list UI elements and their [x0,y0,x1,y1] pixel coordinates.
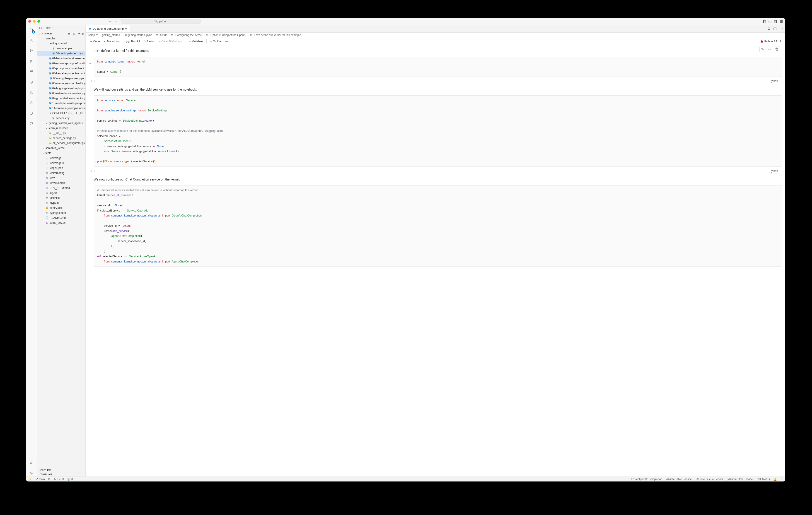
file-row[interactable]: ▣10-multiple-results-per-prompt.ipynb [37,101,85,106]
file-row[interactable]: ▣03-prompt-function-inline.ipynb [37,66,85,71]
ports-status[interactable]: 📡0 [67,478,73,481]
file-row[interactable]: ▣08-native-function-inline.ipynb [37,91,85,96]
run-all-button[interactable]: ▷▷Run All [125,39,141,43]
new-file-icon[interactable]: 🗎₊ [68,32,71,35]
activity-remote[interactable] [28,79,34,85]
file-row[interactable]: MMakefile [37,195,85,201]
outline-button[interactable]: ≣Outline [208,39,223,43]
file-row[interactable]: $setup_dev.sh [37,220,85,225]
status-item[interactable]: [Azurite Queue Service] [696,478,724,481]
file-row[interactable]: ≡log.txt [37,190,85,195]
activity-source-control[interactable] [28,48,34,54]
notifications-icon[interactable]: 🔔 [774,478,777,481]
new-folder-icon[interactable]: 🗀₊ [73,32,77,35]
file-row[interactable]: ★CONFIGURING_THE_KERNEL.md [37,111,85,116]
view-cell-icon[interactable]: ▭ [765,47,769,52]
command-center-search[interactable]: 🔍 python [121,19,201,24]
code-cell[interactable]: ✦ from semantic_kernel import Kernel ker… [88,57,782,77]
file-row[interactable]: 🔒poetry.lock [37,205,85,210]
breadcrumb-item[interactable]: M↓ Configuring the Kernel [171,33,203,37]
folder-section-header[interactable]: ⌄ PYTHON 🗎₊ 🗀₊ ⟳ ⊟ [37,31,85,36]
more-cell-icon[interactable]: ⋯ [770,47,774,52]
file-row[interactable]: $.env.example [37,181,85,185]
file-row[interactable]: 🐍sk_service_configurator.py [37,141,85,146]
problems-status[interactable]: ⊘0 ⚠0 [54,478,64,481]
refresh-icon[interactable]: ⟳ [78,32,80,35]
file-row[interactable]: ▣06-memory-and-embeddings.ipynb [37,81,85,86]
breadcrumb-item[interactable]: samples [88,33,98,37]
maximize-window-button[interactable] [37,20,40,23]
layout-panel-icon[interactable]: ▭ [768,19,772,24]
kernel-picker[interactable]: 🐞 Python 3.11.9 [759,39,783,43]
git-branch[interactable]: ⎇main [35,478,45,481]
clear-all-button[interactable]: ≡Clear All Outputs [157,39,183,43]
cell-language[interactable]: Python [770,80,780,83]
file-row[interactable]: $.env.example [37,46,85,51]
code-cell[interactable]: # Remove all services so that this cell … [88,185,782,267]
layout-sidebar-left-icon[interactable]: ◧ [763,19,766,24]
more-icon[interactable]: ⋯ [779,27,783,31]
folder-row[interactable]: ›tests [37,151,85,156]
sidebar-more-icon[interactable]: ⋯ [80,26,83,30]
outline-section[interactable]: › OUTLINE [37,468,85,472]
file-row[interactable]: ⚙.env [37,176,85,181]
add-markdown-button[interactable]: ＋Markdown [102,39,121,44]
activity-github[interactable] [28,110,34,116]
folder-row[interactable]: ⌄samples [37,36,85,41]
status-item[interactable]: Cell 6 of 14 [757,478,771,481]
file-row[interactable]: ▣04-kernel-arguments-chat.ipynb [37,71,85,76]
layout-customize-icon[interactable]: ▦ [780,19,783,24]
markdown-cell[interactable]: Let's define our kernel for this example… [88,48,785,57]
status-item[interactable]: [Azurite Blob Service] [727,478,754,481]
breadcrumb-item[interactable]: M↓ Setup [156,33,168,37]
edit-cell-icon[interactable]: ✎ [761,47,764,52]
file-row[interactable]: 🐍services.py [37,116,85,121]
file-row[interactable]: ▣11-streaming-completions.ipynb [37,106,85,111]
breadcrumb-item[interactable]: M↓ Option 2: using Azure OpenAI [206,33,246,37]
breadcrumb-item[interactable]: M↓ Let's define our kernel for this exam… [250,33,301,37]
file-row[interactable]: ▣09-groundedness-checking.ipynb [37,96,85,101]
activity-run-debug[interactable] [28,58,34,64]
tab-active[interactable]: ▣ 00-getting-started.ipynb [86,25,130,32]
file-row[interactable]: ⚙pyproject.toml [37,210,85,215]
file-row[interactable]: ▣00-getting-started.ipynb [37,51,85,56]
file-row[interactable]: ▣01-basic-loading-the-kernel.ipynb [37,56,85,61]
cell-language[interactable]: Python [770,170,780,173]
restart-button[interactable]: ↻Restart [142,39,157,43]
breadcrumb-item[interactable]: getting_started [102,33,120,37]
file-row[interactable]: 🐍__init__.py [37,131,85,135]
file-row[interactable]: ≡.coveragerc [37,160,85,165]
folder-row[interactable]: ›learn_resources [37,126,85,131]
notebook-view[interactable]: ✎ ▭ ⋯ 🗑 Let's define our kernel for this… [86,45,785,477]
file-row[interactable]: ★DEV_SETUP.md [37,185,85,190]
file-row[interactable]: ▣02-running-prompts-from-file.ipynb [37,61,85,66]
code-editor[interactable]: # Remove all services so that this cell … [94,185,782,267]
collapse-icon[interactable]: ⊟ [82,32,84,35]
breadcrumb[interactable]: samples›getting_started›00-getting-start… [86,33,785,38]
folder-row[interactable]: ⌄getting_started [37,41,85,46]
file-row[interactable]: ⓘREADME.md [37,215,85,220]
toolbar-more-icon[interactable]: ⋯ [224,40,229,43]
folder-row[interactable]: ›getting_started_with_agents [37,121,85,126]
sparkle-icon[interactable]: ✦ [88,57,94,65]
split-editor-icon[interactable]: ◫ [773,27,777,31]
add-code-button[interactable]: ＋Code [88,39,101,44]
status-item[interactable]: AzureOpenAI: Completion [631,478,662,481]
close-window-button[interactable] [28,20,31,23]
folder-row[interactable]: ›semantic_kernel [37,146,85,151]
code-editor[interactable]: from services import Service from sample… [94,95,782,167]
file-row[interactable]: ≡.coverage [37,156,85,160]
timeline-section[interactable]: › TIMELINE [37,472,85,477]
minimize-window-button[interactable] [33,20,35,23]
status-item[interactable]: [Azurite Table Service] [665,478,692,481]
file-row[interactable]: ▣05-using-the-planner.ipynb [37,76,85,81]
activity-testing[interactable] [28,89,34,96]
breadcrumb-item[interactable]: 00-getting-started.ipynb [124,33,152,37]
delete-cell-icon[interactable]: 🗑 [775,47,779,52]
activity-extensions[interactable] [28,68,34,75]
activity-settings[interactable] [28,470,34,477]
activity-azure[interactable] [28,100,34,106]
activity-chat[interactable] [28,120,34,127]
gear-icon[interactable]: ⚙ [767,27,771,31]
file-row[interactable]: ▣07-hugging-face-for-plugins.ipynb [37,86,85,91]
